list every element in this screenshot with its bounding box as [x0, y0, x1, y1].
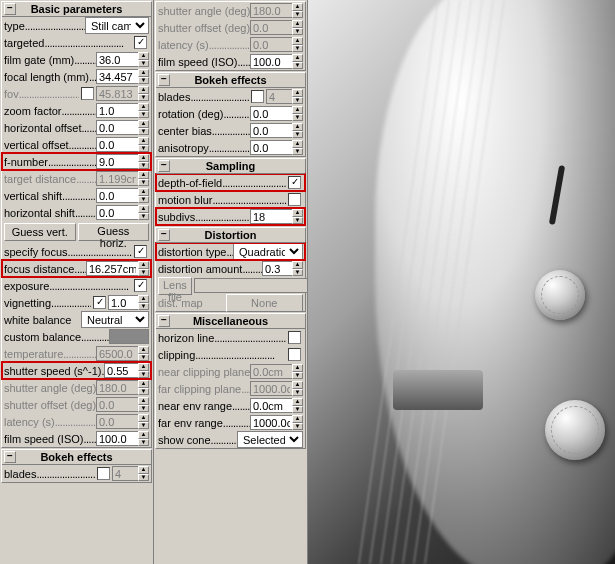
film-gate-input[interactable] — [96, 52, 138, 67]
h-shift-input[interactable] — [96, 205, 138, 220]
custom-balance-swatch[interactable] — [109, 329, 149, 344]
spinner-arrows[interactable]: ▲▼ — [292, 261, 303, 276]
collapse-icon[interactable]: − — [158, 229, 170, 241]
targeted-checkbox[interactable]: ✓ — [134, 36, 147, 49]
spinner-arrows[interactable]: ▲▼ — [138, 363, 149, 378]
exposure-checkbox[interactable]: ✓ — [134, 279, 147, 292]
collapse-icon[interactable]: − — [4, 451, 16, 463]
spinner-arrows[interactable]: ▲▼ — [138, 380, 149, 395]
spinner-arrows[interactable]: ▲▼ — [138, 69, 149, 84]
fov-checkbox[interactable] — [81, 87, 94, 100]
v-shift-input[interactable] — [96, 188, 138, 203]
shutter-angle-input — [250, 3, 292, 18]
collapse-icon[interactable]: − — [158, 160, 170, 172]
zoom-factor-input[interactable] — [96, 103, 138, 118]
center-bias-row: center bias ▲▼ — [156, 122, 305, 139]
vignetting-input[interactable] — [108, 295, 138, 310]
spinner-arrows[interactable]: ▲▼ — [292, 20, 303, 35]
collapse-icon[interactable]: − — [4, 3, 16, 15]
type-select[interactable]: Still cam — [85, 17, 149, 34]
near-clip-label: near clipping plane — [158, 366, 250, 378]
misc-header[interactable]: − Miscellaneous — [156, 314, 305, 329]
basic-params-section: − Basic parameters type Still cam target… — [1, 1, 152, 448]
specify-focus-checkbox[interactable]: ✓ — [134, 245, 147, 258]
collapse-icon[interactable]: − — [158, 74, 170, 86]
rotation-input[interactable] — [250, 106, 292, 121]
spinner-arrows[interactable]: ▲▼ — [138, 466, 149, 481]
fov-label: fov — [4, 88, 79, 100]
blades-input — [112, 466, 138, 481]
custom-balance-row: custom balance — [2, 328, 151, 345]
spinner-arrows[interactable]: ▲▼ — [292, 398, 303, 413]
spinner-arrows[interactable]: ▲▼ — [292, 381, 303, 396]
spinner-arrows[interactable]: ▲▼ — [292, 3, 303, 18]
collapse-icon[interactable]: − — [158, 315, 170, 327]
spinner-arrows[interactable]: ▲▼ — [138, 120, 149, 135]
show-cone-row: show cone Selected — [156, 431, 305, 448]
center-bias-input[interactable] — [250, 123, 292, 138]
focus-dist-input[interactable] — [86, 261, 138, 276]
spinner-arrows[interactable]: ▲▼ — [138, 431, 149, 446]
dof-checkbox[interactable]: ✓ — [288, 176, 301, 189]
shutter-speed-input[interactable] — [104, 363, 138, 378]
focal-length-input[interactable] — [96, 69, 138, 84]
distortion-header[interactable]: − Distortion — [156, 228, 305, 243]
spinner-arrows[interactable]: ▲▼ — [138, 414, 149, 429]
dist-map-button: None — [226, 294, 304, 312]
spinner-arrows[interactable]: ▲▼ — [138, 154, 149, 169]
spinner-arrows[interactable]: ▲▼ — [138, 261, 149, 276]
subdivs-input[interactable] — [250, 209, 292, 224]
near-env-label: near env range — [158, 400, 250, 412]
h-offset-input[interactable] — [96, 120, 138, 135]
spinner-arrows[interactable]: ▲▼ — [292, 106, 303, 121]
guess-vert-button[interactable]: Guess vert. — [4, 223, 76, 241]
near-env-input[interactable] — [250, 398, 292, 413]
spinner-arrows[interactable]: ▲▼ — [292, 89, 303, 104]
motion-blur-row: motion blur — [156, 191, 305, 208]
spinner-arrows[interactable]: ▲▼ — [292, 415, 303, 430]
h-offset-row: horizontal offset ▲▼ — [2, 119, 151, 136]
spinner-arrows[interactable]: ▲▼ — [138, 346, 149, 361]
vignetting-checkbox[interactable]: ✓ — [93, 296, 106, 309]
motion-blur-checkbox[interactable] — [288, 193, 301, 206]
bokeh-header[interactable]: − Bokeh effects — [156, 73, 305, 88]
spinner-arrows[interactable]: ▲▼ — [292, 37, 303, 52]
bokeh-header[interactable]: − Bokeh effects — [2, 450, 151, 465]
spinner-arrows[interactable]: ▲▼ — [138, 137, 149, 152]
distortion-type-select[interactable]: Quadratic — [233, 243, 303, 260]
spinner-arrows[interactable]: ▲▼ — [138, 188, 149, 203]
clipping-checkbox[interactable] — [288, 348, 301, 361]
sampling-header[interactable]: − Sampling — [156, 159, 305, 174]
spinner-arrows[interactable]: ▲▼ — [138, 171, 149, 186]
spinner-arrows[interactable]: ▲▼ — [138, 205, 149, 220]
white-balance-select[interactable]: Neutral — [81, 311, 149, 328]
blades-checkbox[interactable] — [97, 467, 110, 480]
spinner-arrows[interactable]: ▲▼ — [138, 52, 149, 67]
spinner-arrows[interactable]: ▲▼ — [138, 397, 149, 412]
spinner-arrows[interactable]: ▲▼ — [292, 364, 303, 379]
horizon-checkbox[interactable] — [288, 331, 301, 344]
film-speed-row: film speed (ISO) ▲▼ — [2, 430, 151, 447]
latency-label: latency (s) — [158, 39, 250, 51]
far-env-input[interactable] — [250, 415, 292, 430]
spinner-arrows[interactable]: ▲▼ — [292, 209, 303, 224]
basic-params-header[interactable]: − Basic parameters — [2, 2, 151, 17]
film-speed-input[interactable] — [250, 54, 292, 69]
film-speed-input[interactable] — [96, 431, 138, 446]
spinner-arrows[interactable]: ▲▼ — [138, 103, 149, 118]
dof-label: depth-of-field — [158, 177, 286, 189]
fnumber-input[interactable] — [96, 154, 138, 169]
distortion-amount-input[interactable] — [262, 261, 292, 276]
spinner-arrows[interactable]: ▲▼ — [292, 123, 303, 138]
near-clip-row: near clipping plane ▲▼ — [156, 363, 305, 380]
spinner-arrows[interactable]: ▲▼ — [138, 86, 149, 101]
motion-blur-label: motion blur — [158, 194, 286, 206]
spinner-arrows[interactable]: ▲▼ — [292, 54, 303, 69]
spinner-arrows[interactable]: ▲▼ — [138, 295, 149, 310]
v-offset-input[interactable] — [96, 137, 138, 152]
anisotropy-input[interactable] — [250, 140, 292, 155]
guess-horiz-button[interactable]: Guess horiz. — [78, 223, 150, 241]
blades-checkbox[interactable] — [251, 90, 264, 103]
spinner-arrows[interactable]: ▲▼ — [292, 140, 303, 155]
show-cone-select[interactable]: Selected — [237, 431, 303, 448]
